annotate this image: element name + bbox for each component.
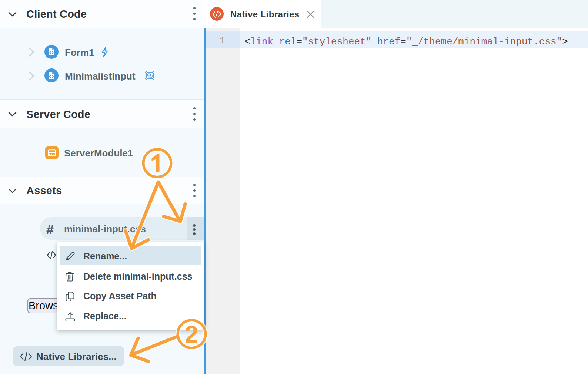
svg-text:2: 2	[185, 321, 198, 348]
